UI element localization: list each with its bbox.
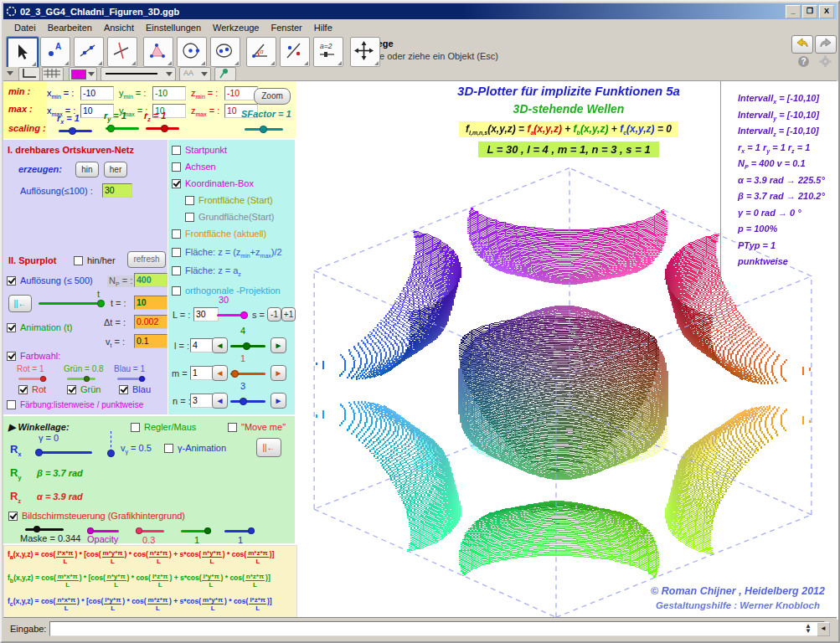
menu-item-datei[interactable]: Datei <box>8 21 42 34</box>
aufloesung500-checkbox[interactable]: Auflösung (≤ 500) <box>7 275 93 285</box>
zoom-button[interactable]: Zoom <box>254 88 291 105</box>
checkbox-fläche-z-z-min-z-max-2[interactable]: Fläche: z = (zmin+zmax)/2 <box>172 247 282 259</box>
n-input[interactable]: 3 <box>190 394 214 408</box>
tool-move-graphics-view-button[interactable] <box>350 37 380 67</box>
checkbox-frontfläche-start[interactable]: Frontfläche (Start) <box>185 195 273 205</box>
redo-button[interactable] <box>815 35 837 54</box>
opacity-slider[interactable] <box>89 530 119 532</box>
m-slider[interactable] <box>230 373 265 375</box>
gamma-reset-button[interactable]: ||← <box>256 438 281 457</box>
checkbox-achsen[interactable]: Achsen <box>172 162 216 172</box>
dt-input[interactable]: 0.002 <box>134 315 167 329</box>
t-reset-button[interactable]: ||← <box>8 295 32 312</box>
tool-line-button[interactable] <box>74 37 104 67</box>
graphics-view[interactable]: min : max : scaling : xmin = :-10ymin = … <box>3 81 840 620</box>
bildschirm-checkbox[interactable]: Bildschirmsteuerung (Grafikhintergrund) <box>8 511 185 521</box>
ry-slider[interactable] <box>106 127 139 130</box>
rot-checkbox[interactable]: Rot <box>18 384 46 394</box>
eingabe-input[interactable] <box>49 621 825 636</box>
menu-item-hilfe[interactable]: Hilfe <box>308 21 338 34</box>
rx-slider[interactable] <box>59 130 92 132</box>
line-style-button[interactable] <box>100 67 176 81</box>
t-slider[interactable] <box>39 302 104 305</box>
L-slider[interactable] <box>217 314 247 316</box>
maximize-button[interactable]: ❐ <box>802 5 817 18</box>
faerbung-checkbox[interactable]: Färbung:listenweise / punktweise <box>7 399 143 409</box>
gamma-animation-checkbox[interactable]: γ-Animation <box>164 443 226 453</box>
l-dec-button[interactable]: ◄ <box>212 337 228 353</box>
menu-item-einstellungen[interactable]: Einstellungen <box>140 21 207 34</box>
tool-new-point-button[interactable]: A <box>40 37 70 67</box>
L-input[interactable]: 30 <box>193 307 219 322</box>
xmin-input[interactable]: -10 <box>80 86 114 100</box>
ymin-input[interactable]: -10 <box>152 86 186 100</box>
m-input[interactable]: 1 <box>190 366 214 380</box>
vt-input[interactable]: 0.1 <box>134 334 167 348</box>
tool-circle-center-point-button[interactable] <box>177 37 207 67</box>
vgamma-slider[interactable] <box>111 431 111 456</box>
undo-button[interactable] <box>791 35 813 54</box>
gruen-slider[interactable] <box>67 378 95 380</box>
hinher-checkbox[interactable]: hin/her <box>74 255 116 265</box>
tool-slider-button[interactable]: a=2 <box>313 37 343 67</box>
checkbox-fläche-z-a-z[interactable]: Fläche: z = az <box>172 265 241 277</box>
menu-item-fenster[interactable]: Fenster <box>265 21 307 34</box>
checkbox-frontfläche-aktuell[interactable]: Frontfläche (aktuell) <box>172 229 266 239</box>
maske-slider[interactable] <box>25 528 64 531</box>
tool-move-button[interactable] <box>7 37 39 69</box>
t-input[interactable]: 10 <box>134 296 167 310</box>
input-history-button[interactable]: ◄ <box>817 622 830 636</box>
slider-b1[interactable] <box>224 530 255 532</box>
text-style-button[interactable]: AA <box>179 67 211 81</box>
checkbox-koordinaten-box[interactable]: Koordinaten-Box <box>172 178 254 188</box>
her-button[interactable]: her <box>104 162 127 177</box>
menu-item-werkzeuge[interactable]: Werkzeuge <box>207 21 265 34</box>
stylebar-chevron-icon[interactable] <box>7 71 13 75</box>
color-swatch-button[interactable] <box>69 67 97 81</box>
blau-checkbox[interactable]: Blau <box>119 384 151 394</box>
tool-perpendicular-line-button[interactable] <box>107 37 137 67</box>
animation-checkbox[interactable]: Animation (t) <box>7 322 72 332</box>
checkbox-grundfläche-start[interactable]: Grundfläche(Start) <box>185 212 274 222</box>
n-inc-button[interactable]: ► <box>271 393 286 409</box>
l-slider[interactable] <box>230 345 265 347</box>
n-slider[interactable] <box>230 400 265 403</box>
title-bar[interactable]: 02_3_GG4_Chladni_Figuren_3D.ggb _ ❐ X <box>3 3 837 19</box>
move-me-checkbox[interactable]: "Move me" <box>228 422 286 432</box>
tool-reflect-object-button[interactable] <box>280 37 310 67</box>
zmin-input[interactable]: -10 <box>224 86 258 100</box>
farbwahl-checkbox[interactable]: Farbwahl: <box>7 351 60 361</box>
gamma-slider[interactable] <box>37 451 92 454</box>
tool-angle-button[interactable]: α <box>246 37 276 67</box>
m-dec-button[interactable]: ◄ <box>212 365 228 381</box>
rot-slider[interactable] <box>18 378 47 380</box>
sfactor-slider[interactable] <box>245 128 283 131</box>
n-dec-button[interactable]: ◄ <box>212 393 228 409</box>
refresh-button[interactable]: refresh <box>127 251 166 268</box>
grid-toggle-button[interactable] <box>42 67 64 81</box>
menu-item-ansicht[interactable]: Ansicht <box>98 21 140 34</box>
l-inc-button[interactable]: ► <box>271 337 286 353</box>
tool-polygon-button[interactable] <box>143 37 173 67</box>
regler-maus-checkbox[interactable]: Regler/Maus <box>131 422 196 432</box>
np-input[interactable]: 400 <box>134 273 167 287</box>
tool-conic-button[interactable] <box>210 37 240 67</box>
l-input[interactable]: 4 <box>190 338 214 352</box>
slider-g1[interactable] <box>181 530 211 532</box>
checkbox-startpunkt[interactable]: Startpunkt <box>172 145 227 155</box>
blau-slider[interactable] <box>117 378 146 380</box>
pin-button[interactable] <box>214 67 236 81</box>
input-spinner[interactable]: ▲▼ <box>805 624 812 634</box>
rz-slider[interactable] <box>146 127 179 130</box>
s-plus-button[interactable]: +1 <box>281 307 296 322</box>
axes-toggle-button[interactable] <box>18 67 40 81</box>
s-minus-button[interactable]: -1 <box>267 307 281 322</box>
minimize-button[interactable]: _ <box>786 5 801 18</box>
close-button[interactable]: X <box>819 5 834 18</box>
hin-button[interactable]: hin <box>75 162 99 177</box>
slider-03[interactable] <box>136 530 164 532</box>
m-inc-button[interactable]: ► <box>271 365 286 381</box>
gruen-checkbox[interactable]: Grün <box>67 384 100 394</box>
aufloesung100-input[interactable]: 30 <box>102 183 132 198</box>
menu-item-bearbeiten[interactable]: Bearbeiten <box>42 21 98 34</box>
